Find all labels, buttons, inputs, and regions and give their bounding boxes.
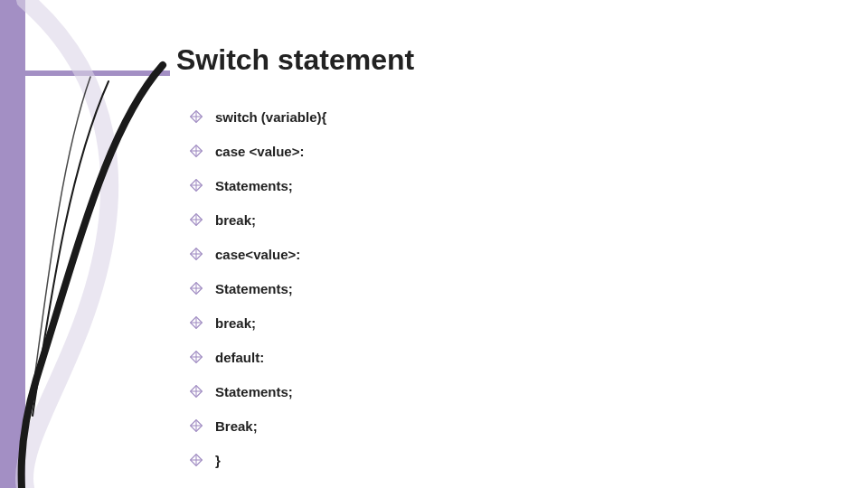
diamond-bullet-icon xyxy=(190,385,203,398)
bullet-text: Statements; xyxy=(215,384,293,399)
list-item: case<value>: xyxy=(190,237,326,271)
bullet-text: break; xyxy=(215,315,256,331)
diamond-bullet-icon xyxy=(190,110,203,123)
diamond-bullet-icon xyxy=(190,454,203,466)
list-item: switch (variable){ xyxy=(190,99,326,134)
diamond-bullet-icon xyxy=(190,145,203,157)
list-item: } xyxy=(190,443,326,477)
list-item: break; xyxy=(190,305,326,340)
diamond-bullet-icon xyxy=(190,213,203,226)
svg-rect-1 xyxy=(25,70,170,76)
list-item: Statements; xyxy=(190,168,326,202)
bullet-text: case<value>: xyxy=(215,247,300,262)
list-item: default: xyxy=(190,340,326,374)
bullet-text: default: xyxy=(215,350,264,365)
diamond-bullet-icon xyxy=(190,351,203,363)
diamond-bullet-icon xyxy=(190,248,203,260)
diamond-bullet-icon xyxy=(190,282,203,295)
diamond-bullet-icon xyxy=(190,179,203,192)
bullet-text: break; xyxy=(215,212,256,228)
slide-decoration xyxy=(0,0,181,488)
bullet-text: Statements; xyxy=(215,178,293,193)
svg-rect-0 xyxy=(0,0,25,488)
diamond-bullet-icon xyxy=(190,316,203,329)
list-item: Statements; xyxy=(190,374,326,408)
bullet-list: switch (variable){ case <value>: Stateme… xyxy=(190,99,326,477)
diamond-bullet-icon xyxy=(190,419,203,432)
list-item: break; xyxy=(190,202,326,237)
slide-title: Switch statement xyxy=(176,43,414,77)
bullet-text: Break; xyxy=(215,418,258,434)
list-item: Break; xyxy=(190,408,326,443)
bullet-text: Statements; xyxy=(215,281,293,296)
bullet-text: case <value>: xyxy=(215,144,304,159)
list-item: Statements; xyxy=(190,271,326,305)
list-item: case <value>: xyxy=(190,134,326,168)
bullet-text: switch (variable){ xyxy=(215,109,326,125)
bullet-text: } xyxy=(215,453,221,468)
